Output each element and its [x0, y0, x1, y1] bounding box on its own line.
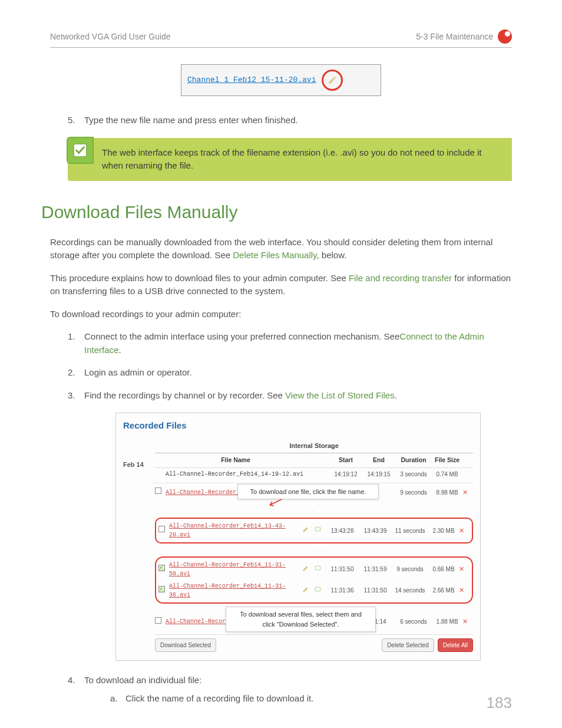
tip-callout: The web interface keeps track of the fil… [68, 138, 512, 181]
delete-row-icon[interactable]: ✕ [462, 618, 468, 625]
delete-row-icon[interactable]: ✕ [459, 587, 464, 594]
svg-rect-3 [315, 587, 320, 591]
link-view-stored-files[interactable]: View the List of Stored Files [285, 390, 395, 400]
table-footer: Download Selected Delete Selected Delete… [155, 634, 473, 652]
svg-rect-2 [315, 566, 320, 570]
row-separator: · · · [155, 506, 473, 517]
step-3: 3. Find the recordings by channel or by … [68, 389, 512, 661]
table-row: All-Channel-Recorder_Feb14_14-19-12.avi … [155, 468, 473, 480]
filename-link: Channel_1_Feb12_15-11-20.avi [187, 74, 316, 86]
step-4: 4. To download an individual file: a. Cl… [68, 674, 512, 705]
para-3: To download recordings to your admin com… [50, 308, 512, 321]
table-row: All-Channel-Recorder_Feb14_11-31-50.avi … [158, 559, 470, 580]
col-start: Start [329, 456, 362, 465]
header-right: 5-3 File Maintenance [416, 31, 493, 43]
download-selected-button[interactable]: Download Selected [155, 638, 216, 652]
step-5: 5. Type the new file name and press ente… [68, 114, 512, 127]
file-link[interactable]: All-Channel-Recorder_Feb14_11-31-50.avi [169, 561, 302, 578]
col-duration: Duration [395, 456, 432, 465]
rename-file-illustration: Channel_1_Feb12_15-11-20.avi [181, 64, 381, 96]
svg-rect-1 [315, 528, 320, 532]
storage-header: Internal Storage [155, 439, 473, 454]
link-file-transfer[interactable]: File and recording transfer [349, 273, 452, 283]
pencil-icon[interactable] [302, 585, 314, 596]
row-checkbox[interactable] [155, 617, 161, 624]
recorded-files-screenshot: Recorded Files Feb 14 Internal Storage F… [115, 413, 481, 661]
recorded-files-title: Recorded Files [123, 419, 473, 433]
table-row: All-Channel-Recorder_Feb14_13-43-28.avi … [158, 520, 470, 541]
col-filename: File Name [166, 456, 306, 465]
row-separator: · · · [155, 545, 473, 555]
date-label: Feb 14 [123, 460, 144, 470]
row-checkbox[interactable] [158, 526, 165, 532]
col-end: End [362, 456, 395, 465]
para-1: Recordings can be manually downloaded fr… [50, 236, 512, 262]
extract-icon[interactable] [314, 525, 326, 536]
pencil-icon [328, 75, 337, 85]
highlighted-row-single: All-Channel-Recorder_Feb14_13-43-28.avi … [155, 518, 473, 543]
pencil-icon[interactable] [302, 525, 314, 536]
row-checkbox[interactable] [158, 565, 165, 571]
table-header-row: File Name Start End Duration File Size [155, 453, 473, 468]
table-row: All-Channel-Recorder_Feb14_14-1 To downl… [155, 486, 473, 499]
highlight-circle [322, 70, 343, 91]
extract-icon[interactable] [314, 564, 326, 575]
col-size: File Size [432, 456, 462, 465]
file-link[interactable]: All-Channel-Recorder_Feb14_13-43-28.avi [169, 522, 302, 539]
para-2: This procedure explains how to download … [50, 272, 512, 298]
delete-row-icon[interactable]: ✕ [462, 489, 468, 496]
page-number: 183 [487, 691, 512, 714]
delete-all-button[interactable]: Delete All [438, 638, 473, 652]
file-link[interactable]: All-Channel-Recorder_Feb14_11-31-36.avi [169, 582, 302, 599]
brand-logo-icon [498, 29, 512, 44]
delete-row-icon[interactable]: ✕ [459, 527, 464, 534]
extract-icon[interactable] [314, 585, 326, 596]
header-left: Networked VGA Grid User Guide [50, 31, 171, 43]
callout-multi-download: To download several files, select them a… [226, 607, 376, 632]
row-checkbox[interactable] [155, 487, 161, 494]
row-checkbox[interactable] [158, 586, 165, 592]
step-text: Type the new file name and press enter w… [84, 115, 298, 125]
section-title: Download Files Manually [41, 199, 512, 225]
page-header: Networked VGA Grid User Guide 5-3 File M… [50, 29, 512, 48]
pencil-icon[interactable] [302, 564, 314, 575]
tip-text: The web interface keeps track of the fil… [102, 138, 512, 181]
step-number: 5. [68, 114, 75, 127]
link-delete-files[interactable]: Delete Files Manually [233, 250, 316, 260]
tip-icon-wrap [67, 137, 94, 164]
callout-single-download: To download one file, click the file nam… [237, 484, 379, 500]
delete-row-icon[interactable]: ✕ [459, 565, 464, 572]
step-2: 2. Login as admin or operator. [68, 366, 512, 380]
checkmark-icon [72, 143, 88, 158]
step-4a: a. Click the name of a recording file to… [110, 692, 512, 706]
highlighted-row-group: All-Channel-Recorder_Feb14_11-31-50.avi … [155, 556, 473, 604]
table-row: All-Channel-Recorder_F To download sever… [155, 615, 473, 628]
table-row: All-Channel-Recorder_Feb14_11-31-36.avi … [158, 580, 470, 601]
delete-selected-button[interactable]: Delete Selected [382, 638, 434, 652]
step-1: 1. Connect to the admin interface using … [68, 330, 512, 357]
